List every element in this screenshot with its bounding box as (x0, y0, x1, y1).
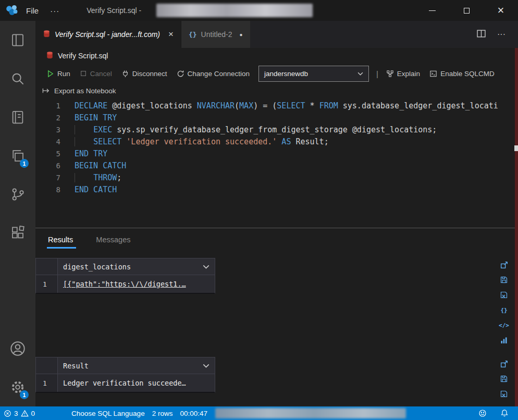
run-button[interactable]: Run (42, 66, 75, 81)
column-header[interactable]: digest_locations (58, 258, 215, 275)
account-icon[interactable] (0, 329, 35, 368)
minimize-icon (429, 10, 436, 11)
code-text: END TRY (75, 148, 107, 160)
save-xml-icon[interactable]: </> (498, 319, 510, 331)
explain-plan-icon (386, 70, 394, 78)
tab-results[interactable]: Results (48, 236, 73, 249)
source-control-icon[interactable] (0, 175, 35, 214)
results-panel: Results Messages digest_locations 1 (35, 228, 518, 406)
grid-corner-cell[interactable] (36, 357, 58, 374)
language-mode-selector[interactable]: Choose SQL Language (68, 406, 149, 420)
chevron-down-icon (203, 265, 209, 269)
save-csv-icon[interactable] (498, 274, 510, 286)
explain-button[interactable]: Explain (381, 66, 425, 81)
row-number-cell[interactable]: 1 (36, 275, 58, 293)
error-count: 3 (14, 410, 18, 417)
code-text: END CATCH (75, 184, 117, 196)
line-number: 6 (35, 160, 60, 172)
notebooks-icon[interactable] (0, 98, 35, 137)
save-json-icon[interactable]: {} (498, 304, 510, 316)
row-number-cell[interactable]: 1 (36, 374, 58, 392)
warning-count: 0 (31, 410, 35, 417)
active-tab-underline (47, 247, 76, 249)
disconnect-button[interactable]: Disconnect (117, 66, 172, 81)
menu-more-icon[interactable]: ··· (46, 6, 64, 15)
maximize-grid-icon[interactable] (498, 259, 510, 270)
elapsed-time-status: 00:00:47 (176, 406, 211, 420)
code-text: BEGIN TRY (75, 112, 117, 124)
maximize-button[interactable] (449, 0, 484, 21)
more-actions-icon[interactable]: ··· (497, 30, 505, 39)
document-filename: Verify Script.sql (58, 52, 108, 60)
code-line[interactable]: 5END TRY (35, 148, 518, 160)
table-row[interactable]: 1 Ledger verification succeede… (35, 374, 215, 393)
disconnect-label: Disconnect (132, 70, 167, 78)
error-icon (4, 410, 11, 417)
result-grid-result: Result 1 Ledger verification succeede… (35, 357, 215, 393)
change-connection-button[interactable]: Change Connection (172, 66, 254, 81)
code-line[interactable]: 8END CATCH (35, 184, 518, 196)
minimize-button[interactable] (415, 0, 449, 21)
column-header[interactable]: Result (58, 357, 215, 374)
code-line[interactable]: 7 THROW; (35, 172, 518, 184)
split-editor-icon[interactable] (477, 30, 486, 40)
explorer-badge: 1 (20, 159, 29, 168)
code-editor[interactable]: 1DECLARE @digest_locations NVARCHAR(MAX)… (35, 98, 518, 228)
connections-icon[interactable] (0, 21, 35, 59)
line-number: 1 (35, 100, 60, 112)
menu-file[interactable]: File (19, 6, 46, 15)
database-dropdown[interactable]: jandersnewdb (258, 66, 369, 82)
code-line[interactable]: 6BEGIN CATCH (35, 160, 518, 172)
toolbar-separator: | (376, 69, 378, 78)
braces-file-icon: {} (189, 31, 197, 39)
tab-verify-script[interactable]: Verify Script.sql - jander...ft.com) × (35, 21, 181, 48)
enable-sqlcmd-button[interactable]: Enable SQLCMD (425, 66, 499, 81)
cancel-stop-icon (80, 70, 87, 77)
code-line[interactable]: 4 SELECT 'Ledger verification succeeded.… (35, 136, 518, 148)
cancel-label: Cancel (90, 70, 112, 78)
result-grid-digest-locations: digest_locations 1 [{"path":"https:\/\/d… (35, 258, 215, 294)
right-edge-strip (515, 48, 518, 406)
table-row[interactable]: 1 [{"path":"https:\/\/digest1.… (35, 275, 215, 294)
close-button[interactable]: × (484, 0, 518, 21)
export-arrow-icon (42, 88, 50, 94)
search-icon[interactable] (0, 59, 35, 98)
cancel-button[interactable]: Cancel (75, 66, 117, 81)
explorer-icon[interactable]: 1 (0, 137, 35, 175)
code-line[interactable]: 1DECLARE @digest_locations NVARCHAR(MAX)… (35, 100, 518, 112)
line-number: 5 (35, 148, 60, 160)
save-excel-icon[interactable] (498, 388, 510, 400)
grid-corner-cell[interactable] (36, 258, 58, 275)
extensions-icon[interactable] (0, 214, 35, 252)
feedback-smiley-icon[interactable] (478, 409, 487, 417)
statusbar-right (478, 409, 518, 417)
window-title: Verify Script.sql - (87, 6, 141, 15)
explain-label: Explain (397, 70, 420, 78)
code-text: EXEC sys.sp_verify_database_ledger_from_… (75, 124, 437, 136)
redacted-status-info (215, 408, 406, 418)
tab-close-icon[interactable]: × (168, 29, 174, 40)
save-csv-icon[interactable] (498, 373, 510, 385)
code-line[interactable]: 2BEGIN TRY (35, 112, 518, 124)
activity-bar: 1 1 (0, 21, 35, 406)
result-cell[interactable]: Ledger verification succeede… (58, 374, 215, 392)
grid-header-row: digest_locations (35, 258, 215, 275)
problems-indicator[interactable]: 3 0 (0, 406, 39, 420)
export-notebook-button[interactable]: Export as Notebook (54, 87, 116, 95)
maximize-grid-icon[interactable] (498, 358, 510, 369)
tab-untitled-2[interactable]: {} Untitled-2 ● (181, 21, 250, 48)
chart-icon[interactable] (498, 335, 510, 346)
close-icon: × (498, 5, 504, 16)
enable-sqlcmd-label: Enable SQLCMD (440, 70, 495, 78)
grid2-toolbar: {} (498, 358, 510, 406)
code-line[interactable]: 3 EXEC sys.sp_verify_database_ledger_fro… (35, 124, 518, 136)
messages-tab-label: Messages (96, 236, 130, 244)
scrollbar-thumb[interactable] (514, 145, 518, 151)
line-number: 2 (35, 112, 60, 124)
result-cell-link[interactable]: [{"path":"https:\/\/digest1.… (58, 275, 215, 293)
line-number: 4 (35, 136, 60, 148)
settings-gear-icon[interactable]: 1 (0, 368, 35, 406)
tab-messages[interactable]: Messages (96, 236, 130, 249)
save-excel-icon[interactable] (498, 289, 510, 301)
notifications-bell-icon[interactable] (500, 409, 509, 417)
